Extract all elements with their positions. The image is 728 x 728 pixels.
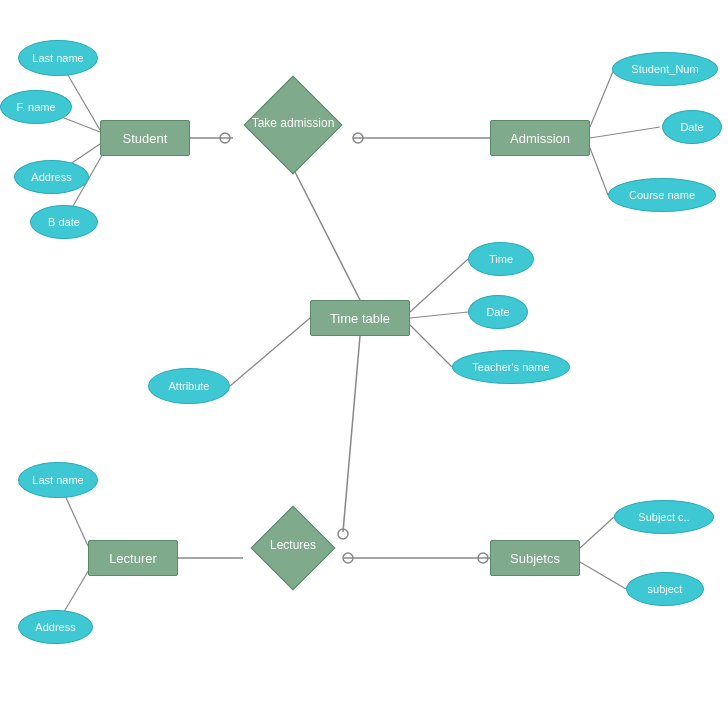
svg-point-11 [478,553,488,563]
svg-line-5 [293,168,360,300]
er-diagram: Student Admission Time table Lecturer Su… [0,0,728,728]
svg-line-18 [590,148,608,195]
svg-line-25 [580,517,614,548]
entity-lecturer: Lecturer [88,540,178,576]
attr-address-lecturer: Address [18,610,93,644]
entity-subjects: Subjetcs [490,540,580,576]
attr-first-name-student: F. name [0,90,72,124]
svg-point-10 [343,553,353,563]
attr-student-num: Student_Num [612,52,718,86]
entity-admission: Admission [490,120,590,156]
svg-line-19 [410,259,468,312]
attr-subject-label: subject [626,572,704,606]
svg-point-3 [353,133,363,143]
attr-time-timetable: Time [468,242,534,276]
attr-course-name: Course name [608,178,716,212]
attr-subject-code: Subject c.. [614,500,714,534]
attr-attribute-label: Attribute [148,368,230,404]
entity-student: Student [100,120,190,156]
attr-address-student: Address [14,160,89,194]
attr-date-admission: Date [662,110,722,144]
svg-line-26 [580,562,626,589]
relationship-take-admission: Take admission [233,108,353,168]
attr-last-name-lecturer: Last name [18,462,98,498]
svg-line-21 [410,325,452,367]
entity-timetable: Time table [310,300,410,336]
svg-line-22 [230,318,310,386]
relationship-lectures: Lectures [243,532,343,584]
attr-last-name-student: Last name [18,40,98,76]
svg-line-20 [410,312,468,318]
attr-bdate-student: B date [30,205,98,239]
attr-date-timetable: Date [468,295,528,329]
attr-teacher-name: Teacher's name [452,350,570,384]
svg-line-17 [590,127,660,138]
diagram-lines [0,0,728,728]
svg-line-16 [590,69,614,127]
svg-line-6 [343,336,360,532]
svg-point-2 [220,133,230,143]
